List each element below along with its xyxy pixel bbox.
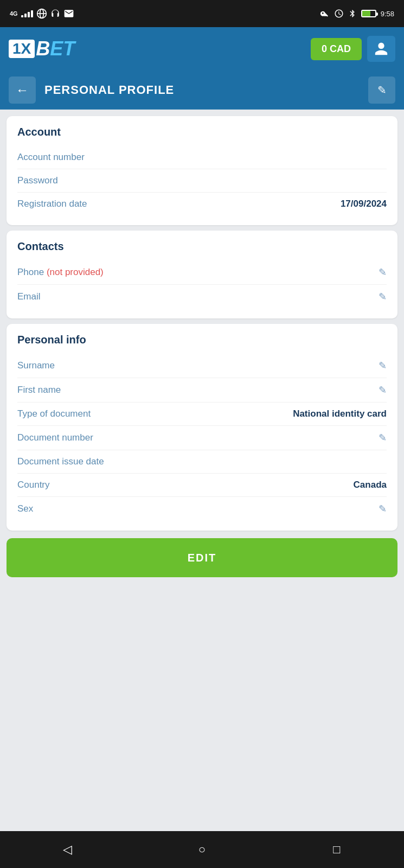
- surname-row: Surname ✎: [17, 354, 387, 378]
- header-right: 0 CAD: [311, 36, 395, 62]
- nav-recents-button[interactable]: □: [320, 839, 353, 860]
- password-row: Password: [17, 169, 387, 193]
- pencil-nav-icon: ✎: [377, 84, 387, 97]
- firstname-row: First name ✎: [17, 378, 387, 403]
- gmail-icon: [63, 8, 74, 19]
- email-edit-icon[interactable]: ✎: [379, 291, 387, 303]
- firstname-label: First name: [17, 385, 61, 395]
- back-arrow-icon: ←: [16, 82, 29, 98]
- phone-not-provided: (not provided): [47, 267, 104, 277]
- battery-indicator: [361, 10, 376, 17]
- country-value: Canada: [354, 480, 387, 490]
- edit-button[interactable]: EDIT: [7, 538, 397, 577]
- bottom-nav: ◁ ○ □: [0, 831, 404, 868]
- edit-nav-button[interactable]: ✎: [368, 76, 395, 104]
- phone-right: ✎: [379, 266, 387, 278]
- page-title: PERSONAL PROFILE: [44, 83, 360, 97]
- email-label: Email: [17, 291, 41, 302]
- content-area: Account Account number Password Registra…: [0, 110, 404, 584]
- account-number-row: Account number: [17, 146, 387, 169]
- password-label: Password: [17, 175, 58, 186]
- sex-label: Sex: [17, 503, 33, 514]
- account-card: Account Account number Password Registra…: [7, 116, 397, 225]
- surname-right: ✎: [379, 360, 387, 372]
- signal-bars: [21, 10, 33, 17]
- key-icon: [320, 9, 330, 18]
- doc-number-right: ✎: [379, 432, 387, 444]
- network-icon: 4G: [10, 10, 18, 17]
- nav-home-icon: ○: [198, 843, 206, 857]
- nav-back-button[interactable]: ◁: [51, 839, 84, 860]
- country-row: Country Canada: [17, 474, 387, 497]
- balance-button[interactable]: 0 CAD: [311, 38, 362, 60]
- doc-issue-date-row: Document issue date: [17, 450, 387, 474]
- user-icon: [374, 41, 389, 56]
- doc-number-row: Document number ✎: [17, 426, 387, 450]
- registration-date-value: 17/09/2024: [341, 199, 387, 209]
- logo-bet: BET: [36, 39, 75, 59]
- phone-label: Phone (not provided): [17, 267, 104, 278]
- time-display: 9:58: [381, 10, 394, 18]
- doc-type-row: Type of document National identity card: [17, 403, 387, 426]
- doc-number-edit-icon[interactable]: ✎: [379, 432, 387, 444]
- country-right: Canada: [354, 480, 387, 490]
- registration-date-right: 17/09/2024: [341, 199, 387, 209]
- vpn-icon: [36, 8, 47, 19]
- country-label: Country: [17, 480, 50, 490]
- phone-edit-icon[interactable]: ✎: [379, 266, 387, 278]
- nav-home-button[interactable]: ○: [185, 839, 218, 860]
- app-header: 1X BET 0 CAD: [0, 27, 404, 71]
- logo-1x: 1X: [9, 40, 35, 58]
- status-bar: 4G 9:: [0, 0, 404, 27]
- surname-label: Surname: [17, 360, 55, 371]
- account-section-title: Account: [17, 126, 387, 138]
- bluetooth-icon: [348, 9, 357, 18]
- sex-right: ✎: [379, 503, 387, 515]
- status-left: 4G: [10, 8, 74, 19]
- personal-info-section-title: Personal info: [17, 334, 387, 346]
- audio-icon: [50, 9, 60, 18]
- profile-button[interactable]: [367, 36, 395, 62]
- doc-type-value: National identity card: [293, 409, 387, 419]
- surname-edit-icon[interactable]: ✎: [379, 360, 387, 372]
- email-row: Email ✎: [17, 285, 387, 309]
- email-right: ✎: [379, 291, 387, 303]
- doc-type-right: National identity card: [293, 409, 387, 419]
- account-number-label: Account number: [17, 152, 85, 163]
- nav-recents-icon: □: [333, 843, 340, 857]
- sex-edit-icon[interactable]: ✎: [379, 503, 387, 515]
- logo: 1X BET: [9, 39, 75, 59]
- alarm-icon: [334, 9, 344, 18]
- registration-date-label: Registration date: [17, 199, 87, 209]
- doc-number-label: Document number: [17, 432, 93, 443]
- registration-date-row: Registration date 17/09/2024: [17, 193, 387, 215]
- back-button[interactable]: ←: [9, 76, 36, 104]
- personal-info-card: Personal info Surname ✎ First name ✎ Typ…: [7, 324, 397, 531]
- phone-row: Phone (not provided) ✎: [17, 260, 387, 285]
- status-right: 9:58: [320, 9, 394, 18]
- doc-issue-date-label: Document issue date: [17, 456, 104, 467]
- doc-type-label: Type of document: [17, 409, 91, 419]
- firstname-right: ✎: [379, 384, 387, 396]
- contacts-section-title: Contacts: [17, 240, 387, 253]
- nav-bar: ← PERSONAL PROFILE ✎: [0, 71, 404, 110]
- firstname-edit-icon[interactable]: ✎: [379, 384, 387, 396]
- sex-row: Sex ✎: [17, 497, 387, 521]
- contacts-card: Contacts Phone (not provided) ✎ Email ✎: [7, 231, 397, 318]
- nav-back-icon: ◁: [63, 843, 72, 857]
